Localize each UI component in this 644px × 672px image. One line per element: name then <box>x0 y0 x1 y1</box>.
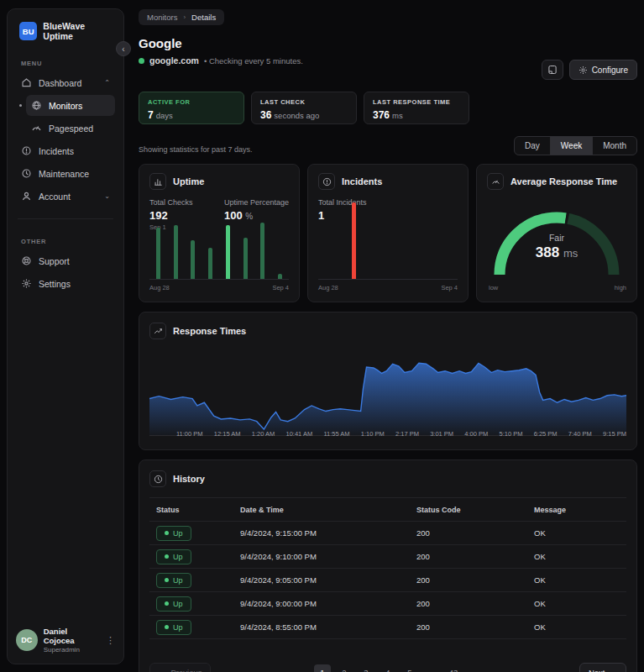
column-header: Date & Time <box>240 506 416 514</box>
x-tick-label: 5:10 PM <box>499 430 522 438</box>
next-page-button[interactable]: Next → <box>579 663 626 672</box>
sidebar-item-pagespeed[interactable]: Pagespeed <box>26 118 115 139</box>
page-title: Google <box>139 36 303 50</box>
incidents-bar-chart[interactable] <box>318 197 458 280</box>
monitor-host: google.com <box>149 55 199 66</box>
page-number-3[interactable]: 3 <box>358 664 374 672</box>
user-profile[interactable]: DC Daniel Cojocea Superadmin ⋮ <box>16 627 115 654</box>
alert-circle-icon <box>21 145 32 156</box>
response-times-chart[interactable] <box>149 349 626 436</box>
page-number-43[interactable]: 43 <box>445 664 462 672</box>
incidents-x-end: Sep 4 <box>441 284 458 291</box>
app-logo: BU BlueWave Uptime <box>16 21 115 41</box>
page-number-list: 12345...43 <box>314 664 462 672</box>
speedometer-icon <box>487 173 504 190</box>
configure-button[interactable]: Configure <box>569 60 637 80</box>
x-tick-label: 3:01 PM <box>430 430 453 438</box>
sidebar-item-monitors[interactable]: Monitors <box>26 95 115 116</box>
support-icon <box>21 255 32 266</box>
stat-label: ACTIVE FOR <box>148 98 235 106</box>
uptime-card-title: Uptime <box>173 176 204 186</box>
x-tick-label: 9:15 PM <box>603 430 626 438</box>
status-badge: Up <box>156 549 191 564</box>
history-icon <box>149 470 166 487</box>
status-badge: Up <box>156 573 191 588</box>
cell-status-code: 200 <box>416 528 534 538</box>
arrow-left-icon: ← <box>159 668 167 672</box>
sidebar-item-label: Account <box>39 192 71 202</box>
breadcrumb-details[interactable]: Details <box>191 13 216 22</box>
breadcrumb-monitors[interactable]: Monitors <box>147 13 177 22</box>
sidebar-item-settings[interactable]: Settings <box>16 273 115 294</box>
sidebar-item-label: Pagespeed <box>49 123 93 134</box>
table-row[interactable]: Up9/4/2024, 8:55:00 PM200OK <box>149 616 626 639</box>
configure-label: Configure <box>592 66 628 75</box>
cell-status-code: 200 <box>416 599 534 608</box>
period-toggle-group: DayWeekMonth <box>514 136 637 155</box>
user-icon <box>21 191 32 202</box>
x-tick-label: 1:20 AM <box>252 430 275 438</box>
gauge-value: 388 ms <box>477 244 636 261</box>
sidebar-item-dashboard[interactable]: Dashboard⌃ <box>16 72 115 93</box>
gear-icon <box>21 278 32 289</box>
previous-page-button[interactable]: ← Previous <box>149 663 211 672</box>
stat-label: LAST CHECK <box>260 98 348 106</box>
stat-value: 7days <box>148 109 235 121</box>
uptime-bar-chart[interactable] <box>149 216 289 280</box>
alert-circle-icon <box>318 173 335 190</box>
stat-label: LAST RESPONSE TIME <box>373 98 460 106</box>
clock-icon <box>21 168 32 179</box>
table-row[interactable]: Up9/4/2024, 9:10:00 PM200OK <box>149 545 626 569</box>
user-menu-kebab-icon[interactable]: ⋮ <box>106 635 115 646</box>
toggle-week[interactable]: Week <box>551 137 593 155</box>
response-times-card: Response Times 11:00 PM12:15 AM1:20 AM10… <box>139 312 637 450</box>
cell-message: OK <box>534 528 620 538</box>
cell-status-code: 200 <box>416 552 534 561</box>
x-tick-label: 2:17 PM <box>395 430 419 438</box>
status-page-button[interactable] <box>542 60 563 80</box>
app-name: BlueWave Uptime <box>43 21 115 41</box>
monitor-status-dot <box>139 58 144 64</box>
sidebar: BU BlueWave Uptime ‹ MENU Dashboard⌃Moni… <box>7 8 124 664</box>
page-number-2[interactable]: 2 <box>336 664 353 672</box>
table-row[interactable]: Up9/4/2024, 9:05:00 PM200OK <box>149 569 626 592</box>
sidebar-item-label: Monitors <box>49 101 82 111</box>
chevron-up-icon: ⌃ <box>104 79 110 87</box>
status-badge: Up <box>156 526 191 541</box>
check-interval-note: • Checking every 5 minutes. <box>204 56 303 66</box>
main-content: Monitors › Details Google google.com • C… <box>139 8 637 672</box>
avg-response-card-title: Average Response Time <box>510 176 617 186</box>
page-number-4[interactable]: 4 <box>380 664 396 672</box>
status-badge: Up <box>156 596 191 612</box>
table-row[interactable]: Up9/4/2024, 9:00:00 PM200OK <box>149 592 626 616</box>
toggle-day[interactable]: Day <box>515 137 551 155</box>
up-dot-icon <box>165 625 169 629</box>
page-number-1[interactable]: 1 <box>314 664 331 672</box>
sidebar-item-account[interactable]: Account⌄ <box>16 186 115 207</box>
gear-icon <box>579 66 588 75</box>
history-table: StatusDate & TimeStatus CodeMessageUp9/4… <box>149 497 626 639</box>
uptime-bar <box>278 274 282 279</box>
gauge-status: Fair <box>477 233 636 243</box>
stat-card-last-check: LAST CHECK36seconds ago <box>251 92 357 124</box>
sidebar-item-incidents[interactable]: Incidents <box>16 140 115 161</box>
cell-datetime: 9/4/2024, 9:10:00 PM <box>240 552 416 561</box>
period-note: Showing statistics for past 7 days. <box>139 145 253 155</box>
sidebar-collapse-button[interactable]: ‹ <box>116 41 131 56</box>
page-number-5[interactable]: 5 <box>401 664 418 672</box>
uptime-percentage-label: Uptime Percentage <box>224 198 289 207</box>
toggle-month[interactable]: Month <box>593 137 636 155</box>
cell-datetime: 9/4/2024, 9:05:00 PM <box>240 575 416 585</box>
other-section-label: OTHER <box>21 238 115 245</box>
gauge-high-label: high <box>615 284 626 291</box>
page-header: Google google.com • Checking every 5 min… <box>139 36 637 80</box>
response-gauge: Fair 388 ms low high <box>477 197 636 290</box>
table-row[interactable]: Up9/4/2024, 9:15:00 PM200OK <box>149 522 626 545</box>
sidebar-divider <box>18 218 113 219</box>
sidebar-item-support[interactable]: Support <box>16 250 115 271</box>
sidebar-item-maintenance[interactable]: Maintenance <box>16 163 115 184</box>
uptime-bar <box>260 223 264 280</box>
charts-row: Uptime Total Checks 192 Sep 1 Uptime Per… <box>139 164 637 302</box>
user-name: Daniel Cojocea <box>44 627 100 645</box>
cell-datetime: 9/4/2024, 9:00:00 PM <box>240 599 416 608</box>
